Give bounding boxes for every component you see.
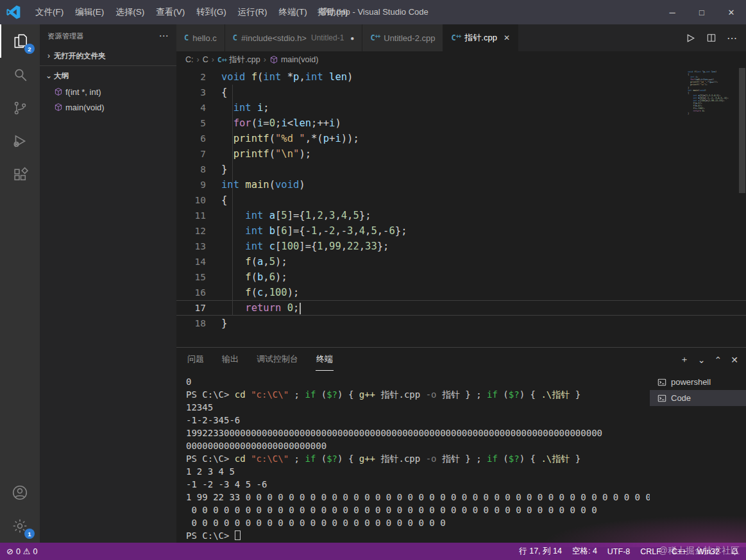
panel-tab[interactable]: 终端 xyxy=(316,348,334,371)
terminal-line: -1-2-345-6 xyxy=(186,414,650,427)
warning-count: 0 xyxy=(33,547,38,556)
terminal-cursor xyxy=(235,530,241,540)
line-number: 14 xyxy=(176,254,206,269)
menu-item[interactable]: 选择(S) xyxy=(110,0,150,24)
indentation-status[interactable]: 空格: 4 xyxy=(572,546,597,557)
editor-tab[interactable]: C++Untitled-2.cpp xyxy=(362,24,443,51)
language-mode-status[interactable]: C++ xyxy=(672,547,687,556)
section-outline[interactable]: ⌄ 大纲 xyxy=(40,67,176,84)
scrollbar-thumb[interactable] xyxy=(739,68,745,193)
cursor-position-status[interactable]: 行 17, 列 14 xyxy=(519,546,562,557)
outline-item[interactable]: main(void) xyxy=(40,99,176,115)
vscode-logo-icon xyxy=(6,4,22,20)
breadcrumb-item[interactable]: C++指针.cpp xyxy=(217,55,260,65)
code-text: for(i=0;i<len;++i) xyxy=(221,115,341,131)
code-line: 11 int a[5]={1,2,3,4,5}; xyxy=(176,208,746,223)
code-line: 13 int c[100]={1,99,22,33}; xyxy=(176,239,746,254)
code-text: void f(int *p,int len) xyxy=(221,69,353,85)
settings-gear-icon[interactable]: 1 xyxy=(0,509,40,543)
code-text: int b[6]={-1,-2,-3,4,5,-6}; xyxy=(221,223,407,239)
close-panel-icon[interactable]: ✕ xyxy=(731,355,738,365)
line-number: 18 xyxy=(176,316,206,331)
cpp-file-icon: C++ xyxy=(451,33,461,42)
code-line: 7 printf("\n"); xyxy=(176,146,746,162)
breadcrumb-item[interactable]: C: xyxy=(185,55,194,64)
terminal-dropdown-icon[interactable]: ⌄ xyxy=(698,355,706,365)
menu-item[interactable]: 转到(G) xyxy=(191,0,232,24)
code-line: 14 f(a,5); xyxy=(176,254,746,269)
minimize-button[interactable]: ─ xyxy=(657,0,687,24)
tab-label: hello.c xyxy=(192,33,217,43)
line-number: 8 xyxy=(176,162,206,177)
code-line: 12 int b[6]={-1,-2,-3,4,5,-6}; xyxy=(176,223,746,239)
panel-tab[interactable]: 调试控制台 xyxy=(256,348,299,371)
explorer-view-icon[interactable]: 2 xyxy=(0,24,40,58)
terminal-list-item[interactable]: powershell xyxy=(650,374,746,390)
panel-tab[interactable]: 问题 xyxy=(187,348,205,371)
editor-tab[interactable]: C++指针.cpp✕ xyxy=(443,24,518,51)
tab-label: #include<stdio.h> xyxy=(241,33,307,43)
run-debug-view-icon[interactable] xyxy=(0,124,40,158)
code-editor[interactable]: 2void f(int *p,int len)3{4 int i;5 for(i… xyxy=(176,68,746,347)
outline-item-label: main(void) xyxy=(65,103,105,112)
code-text: int main(void) xyxy=(221,177,305,192)
menu-item[interactable]: 文件(F) xyxy=(30,0,69,24)
panel-header: 问题输出调试控制台终端 ＋ ⌄ ⌃ ✕ xyxy=(176,348,746,371)
terminal-list-item[interactable]: Code xyxy=(650,390,746,406)
code-text: f(b,6); xyxy=(221,269,287,285)
split-editor-button[interactable] xyxy=(706,33,716,43)
outline-item[interactable]: f(int *, int) xyxy=(40,84,176,99)
new-terminal-icon[interactable]: ＋ xyxy=(680,354,689,366)
notifications-bell-icon[interactable] xyxy=(730,547,740,556)
panel-body: 0PS C:\C> cd "c:\C\" ; if ($?) { g++ 指针.… xyxy=(176,371,746,543)
terminal-output[interactable]: 0PS C:\C> cd "c:\C\" ; if ($?) { g++ 指针.… xyxy=(176,371,650,543)
cpp-file-icon: C++ xyxy=(217,56,226,64)
close-window-button[interactable]: ✕ xyxy=(716,0,746,24)
code-line: 5 for(i=0;i<len;++i) xyxy=(176,115,746,131)
menu-item[interactable]: 运行(R) xyxy=(232,0,273,24)
line-number: 12 xyxy=(176,223,206,239)
terminal-line: 1 99 22 33 0 0 0 0 0 0 0 0 0 0 0 0 0 0 0… xyxy=(186,491,650,504)
more-actions-button[interactable]: ⋯ xyxy=(727,32,737,44)
menu-item[interactable]: 查看(V) xyxy=(150,0,191,24)
panel-tab[interactable]: 输出 xyxy=(221,348,239,371)
source-control-view-icon[interactable] xyxy=(0,91,40,124)
maximize-button[interactable]: □ xyxy=(687,0,716,24)
terminal-line: 12345 xyxy=(186,401,650,414)
editor-tab[interactable]: C#include<stdio.h>Untitled-1● xyxy=(225,24,363,51)
maximize-panel-icon[interactable]: ⌃ xyxy=(715,355,722,365)
more-actions-icon[interactable]: ⋯ xyxy=(159,30,169,42)
outline-list: f(int *, int)main(void) xyxy=(40,84,176,115)
line-number: 17 xyxy=(176,300,206,316)
run-button[interactable] xyxy=(685,33,696,44)
problems-status[interactable]: ⊘ 0 ⚠ 0 xyxy=(6,547,37,556)
terminal-line: 00000000000000000000000000 xyxy=(186,439,650,452)
eol-status[interactable]: CRLF xyxy=(640,547,661,556)
menu-item[interactable]: 编辑(E) xyxy=(69,0,110,24)
code-line: 18} xyxy=(176,316,746,331)
close-tab-icon[interactable]: ✕ xyxy=(504,33,510,42)
editor-scrollbar[interactable] xyxy=(738,68,746,347)
line-number: 13 xyxy=(176,239,206,254)
title-bar: 文件(F)编辑(E)选择(S)查看(V)转到(G)运行(R)终端(T)帮助(H)… xyxy=(0,0,746,24)
encoding-status[interactable]: UTF-8 xyxy=(607,547,630,556)
line-number: 15 xyxy=(176,269,206,285)
panel-actions: ＋ ⌄ ⌃ ✕ xyxy=(680,354,738,366)
extensions-view-icon[interactable] xyxy=(0,158,40,191)
line-number: 5 xyxy=(176,115,206,131)
breadcrumb-separator-icon: › xyxy=(197,55,199,64)
code-text: f(a,5); xyxy=(221,254,287,269)
tab-label: Untitled-2.cpp xyxy=(384,33,435,43)
account-icon[interactable] xyxy=(0,476,40,509)
platform-status[interactable]: Win32 xyxy=(697,547,720,556)
code-line: 6 printf("%d ",*(p+i)); xyxy=(176,131,746,146)
menu-item[interactable]: 终端(T) xyxy=(273,0,313,24)
breadcrumb-item[interactable]: main(void) xyxy=(269,55,318,64)
cube-icon xyxy=(269,55,278,64)
search-view-icon[interactable] xyxy=(0,58,40,91)
line-number: 11 xyxy=(176,208,206,223)
section-no-folder[interactable]: › 无打开的文件夹 xyxy=(40,47,176,64)
code-text: int a[5]={1,2,3,4,5}; xyxy=(221,208,371,223)
breadcrumb-item[interactable]: C xyxy=(203,55,208,64)
editor-tab[interactable]: Chello.c xyxy=(176,24,225,51)
